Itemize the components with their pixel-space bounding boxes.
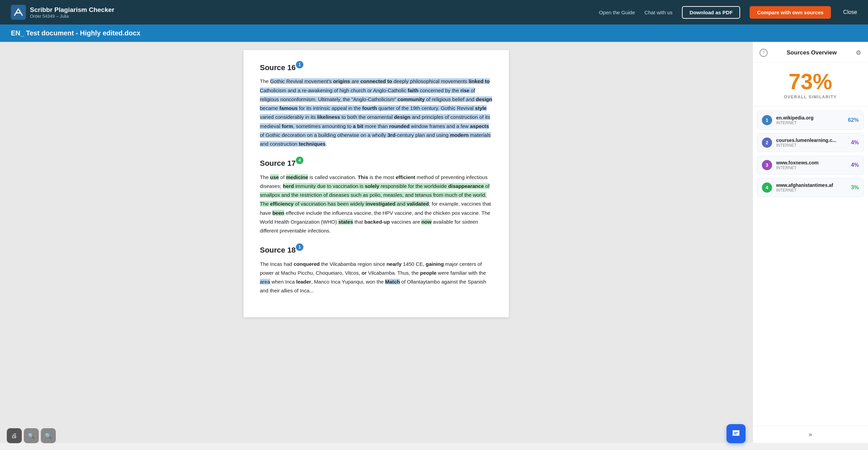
source-type-3: INTERNET xyxy=(776,165,847,170)
source-17-badge: 4 xyxy=(296,157,303,164)
svg-rect-2 xyxy=(734,432,738,433)
source-item-3[interactable]: 3 www.foxnews.com INTERNET 4% xyxy=(757,156,864,175)
header-nav: Open the Guide Chat with us Download as … xyxy=(599,6,857,19)
sidebar: ? Sources Overview ⚙ 73% OVERALL SIMILAR… xyxy=(752,42,868,443)
close-button[interactable]: Close xyxy=(843,9,857,15)
chat-fab-button[interactable] xyxy=(727,424,746,443)
source-badge-2: 2 xyxy=(762,138,772,148)
expand-icon: » xyxy=(808,431,812,438)
logo-text: Scribbr Plagiarism Checker Order 54349 –… xyxy=(30,6,114,19)
similarity-percent: 73% xyxy=(760,71,861,93)
help-icon[interactable]: ? xyxy=(760,49,768,57)
logo-icon xyxy=(11,5,26,20)
zoom-out-button[interactable]: 🔍 xyxy=(24,428,39,443)
order-info: Order 54349 – Julia xyxy=(30,14,114,19)
source-pct-3: 4% xyxy=(851,162,859,168)
sidebar-header: ? Sources Overview ⚙ xyxy=(753,42,868,63)
source-pct-1: 62% xyxy=(848,117,859,123)
source-item-4[interactable]: 4 www.afghanistantimes.af INTERNET 3% xyxy=(757,178,864,197)
source-domain-3: www.foxnews.com xyxy=(776,160,847,165)
source-item-2[interactable]: 2 courses.lumenlearning.c... INTERNET 4% xyxy=(757,133,864,152)
document-title: EN_ Test document - Highly edited.docx xyxy=(11,29,140,37)
source-18-title: Source 181 xyxy=(260,245,493,255)
zoom-out-icon: 🔍 xyxy=(28,433,35,439)
source-badge-4: 4 xyxy=(762,182,772,193)
source-17-text: The use of medicine is called vaccinatio… xyxy=(260,173,493,236)
source-info-4: www.afghanistantimes.af INTERNET xyxy=(776,182,847,193)
bottom-toolbar: 🖨 🔍 🔍 xyxy=(7,428,56,443)
print-button[interactable]: 🖨 xyxy=(7,428,22,443)
app-title: Scribbr Plagiarism Checker xyxy=(30,6,114,14)
source-16-text: The Gothic Revival movement's origins ar… xyxy=(260,77,493,148)
source-badge-1: 1 xyxy=(762,115,772,125)
settings-icon[interactable]: ⚙ xyxy=(856,49,861,57)
zoom-in-icon: 🔍 xyxy=(45,433,52,439)
main-layout: Source 161 The Gothic Revival movement's… xyxy=(0,42,868,443)
sidebar-title: Sources Overview xyxy=(768,49,856,56)
source-16-badge: 1 xyxy=(296,61,303,68)
chat-icon xyxy=(731,429,741,438)
source-item-1[interactable]: 1 en.wikipedia.org INTERNET 62% xyxy=(757,111,864,130)
svg-rect-3 xyxy=(734,434,737,434)
source-domain-4: www.afghanistantimes.af xyxy=(776,182,847,188)
logo-area: Scribbr Plagiarism Checker Order 54349 –… xyxy=(11,5,114,20)
print-icon: 🖨 xyxy=(11,432,17,439)
source-domain-1: en.wikipedia.org xyxy=(776,115,844,120)
source-pct-2: 4% xyxy=(851,140,859,146)
guide-link[interactable]: Open the Guide xyxy=(599,10,635,15)
document-page: Source 161 The Gothic Revival movement's… xyxy=(244,50,509,317)
source-type-4: INTERNET xyxy=(776,188,847,193)
svg-rect-0 xyxy=(11,5,26,20)
zoom-in-button[interactable]: 🔍 xyxy=(41,428,56,443)
source-type-1: INTERNET xyxy=(776,120,844,125)
source-info-3: www.foxnews.com INTERNET xyxy=(776,160,847,170)
sources-list: 1 en.wikipedia.org INTERNET 62% 2 course… xyxy=(753,107,868,201)
compare-sources-button[interactable]: Compare with own sources xyxy=(750,6,831,19)
chat-link[interactable]: Chat with us xyxy=(645,10,673,15)
similarity-label: OVERALL SIMILARITY xyxy=(760,95,861,99)
source-16-title: Source 161 xyxy=(260,62,493,72)
source-domain-2: courses.lumenlearning.c... xyxy=(776,138,847,143)
app-header: Scribbr Plagiarism Checker Order 54349 –… xyxy=(0,0,868,25)
expand-button[interactable]: » xyxy=(753,426,868,443)
document-title-bar: EN_ Test document - Highly edited.docx xyxy=(0,25,868,42)
source-type-2: INTERNET xyxy=(776,143,847,148)
source-badge-3: 3 xyxy=(762,160,772,170)
source-info-1: en.wikipedia.org INTERNET xyxy=(776,115,844,125)
source-18-badge: 1 xyxy=(296,243,303,251)
source-pct-4: 3% xyxy=(851,184,859,191)
source-info-2: courses.lumenlearning.c... INTERNET xyxy=(776,138,847,148)
overall-similarity-section: 73% OVERALL SIMILARITY xyxy=(753,63,868,107)
download-pdf-button[interactable]: Download as PDF xyxy=(682,6,740,19)
source-18-text: The Incas had conquered the Vilcabamba r… xyxy=(260,260,493,295)
source-17-title: Source 174 xyxy=(260,158,493,168)
document-area: Source 161 The Gothic Revival movement's… xyxy=(0,42,752,443)
